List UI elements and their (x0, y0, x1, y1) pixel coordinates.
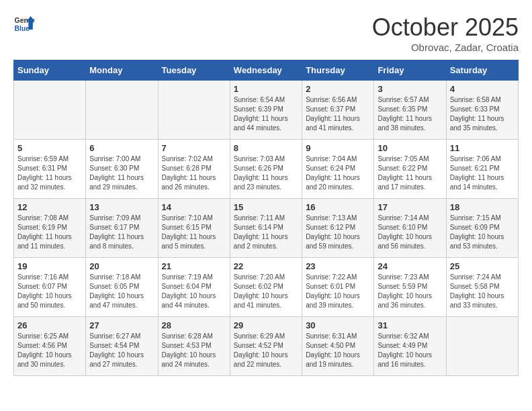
weekday-header: Friday (374, 60, 446, 81)
calendar-cell: 5Sunrise: 6:59 AMSunset: 6:31 PMDaylight… (14, 140, 86, 199)
day-number: 6 (89, 143, 154, 153)
day-number: 27 (89, 320, 154, 330)
day-number: 22 (234, 261, 298, 271)
calendar-cell: 10Sunrise: 7:05 AMSunset: 6:22 PMDayligh… (374, 140, 446, 199)
day-info: Sunrise: 6:56 AMSunset: 6:37 PMDaylight:… (306, 95, 370, 133)
day-info: Sunrise: 6:32 AMSunset: 4:49 PMDaylight:… (378, 332, 442, 369)
day-info: Sunrise: 6:57 AMSunset: 6:35 PMDaylight:… (378, 95, 442, 133)
day-number: 16 (306, 202, 370, 212)
calendar-cell: 30Sunrise: 6:31 AMSunset: 4:50 PMDayligh… (302, 317, 374, 376)
calendar-cell: 21Sunrise: 7:19 AMSunset: 6:04 PMDayligh… (158, 258, 230, 317)
day-info: Sunrise: 7:20 AMSunset: 6:02 PMDaylight:… (234, 273, 298, 310)
day-info: Sunrise: 7:15 AMSunset: 6:09 PMDaylight:… (450, 214, 515, 251)
day-number: 11 (450, 143, 515, 153)
calendar-cell: 15Sunrise: 7:11 AMSunset: 6:14 PMDayligh… (230, 199, 302, 258)
calendar-cell: 4Sunrise: 6:58 AMSunset: 6:33 PMDaylight… (446, 81, 518, 140)
day-info: Sunrise: 7:10 AMSunset: 6:15 PMDaylight:… (162, 214, 226, 251)
calendar-cell: 19Sunrise: 7:16 AMSunset: 6:07 PMDayligh… (14, 258, 86, 317)
day-info: Sunrise: 7:18 AMSunset: 6:05 PMDaylight:… (89, 273, 154, 310)
calendar-cell: 25Sunrise: 7:24 AMSunset: 5:58 PMDayligh… (446, 258, 518, 317)
location: Obrovac, Zadar, Croatia (372, 42, 519, 53)
day-info: Sunrise: 6:59 AMSunset: 6:31 PMDaylight:… (17, 154, 82, 192)
calendar-cell: 14Sunrise: 7:10 AMSunset: 6:15 PMDayligh… (158, 199, 230, 258)
day-number: 23 (306, 261, 370, 271)
day-number: 29 (234, 320, 298, 330)
weekday-header: Thursday (302, 60, 374, 81)
day-number: 13 (89, 202, 154, 212)
logo-icon: General Blue (13, 13, 35, 35)
calendar-cell: 22Sunrise: 7:20 AMSunset: 6:02 PMDayligh… (230, 258, 302, 317)
logo: General Blue (13, 13, 35, 35)
day-number: 2 (306, 84, 370, 94)
calendar-cell: 13Sunrise: 7:09 AMSunset: 6:17 PMDayligh… (86, 199, 158, 258)
title-section: October 2025 Obrovac, Zadar, Croatia (372, 13, 519, 53)
page-header: General Blue October 2025 Obrovac, Zadar… (13, 13, 519, 53)
svg-text:Blue: Blue (15, 25, 30, 32)
day-info: Sunrise: 6:54 AMSunset: 6:39 PMDaylight:… (234, 95, 298, 133)
calendar-cell: 29Sunrise: 6:29 AMSunset: 4:52 PMDayligh… (230, 317, 302, 376)
day-info: Sunrise: 7:22 AMSunset: 6:01 PMDaylight:… (306, 273, 370, 310)
day-number: 1 (234, 84, 298, 94)
day-info: Sunrise: 7:16 AMSunset: 6:07 PMDaylight:… (17, 273, 82, 310)
day-number: 30 (306, 320, 370, 330)
day-info: Sunrise: 7:09 AMSunset: 6:17 PMDaylight:… (89, 214, 154, 251)
calendar-cell (446, 317, 518, 376)
day-info: Sunrise: 6:27 AMSunset: 4:54 PMDaylight:… (89, 332, 154, 369)
calendar-cell: 28Sunrise: 6:28 AMSunset: 4:53 PMDayligh… (158, 317, 230, 376)
calendar-week-row: 5Sunrise: 6:59 AMSunset: 6:31 PMDaylight… (14, 140, 519, 199)
day-number: 3 (378, 84, 442, 94)
calendar-week-row: 1Sunrise: 6:54 AMSunset: 6:39 PMDaylight… (14, 81, 519, 140)
day-info: Sunrise: 6:28 AMSunset: 4:53 PMDaylight:… (162, 332, 226, 369)
weekday-header: Tuesday (158, 60, 230, 81)
calendar-cell: 16Sunrise: 7:13 AMSunset: 6:12 PMDayligh… (302, 199, 374, 258)
calendar-cell: 23Sunrise: 7:22 AMSunset: 6:01 PMDayligh… (302, 258, 374, 317)
calendar-cell: 3Sunrise: 6:57 AMSunset: 6:35 PMDaylight… (374, 81, 446, 140)
day-info: Sunrise: 7:00 AMSunset: 6:30 PMDaylight:… (89, 154, 154, 192)
day-number: 17 (378, 202, 442, 212)
day-number: 5 (17, 143, 82, 153)
day-number: 31 (378, 320, 442, 330)
day-number: 15 (234, 202, 298, 212)
day-info: Sunrise: 7:19 AMSunset: 6:04 PMDaylight:… (162, 273, 226, 310)
day-info: Sunrise: 7:08 AMSunset: 6:19 PMDaylight:… (17, 214, 82, 251)
calendar-cell (86, 81, 158, 140)
day-number: 7 (162, 143, 226, 153)
day-number: 8 (234, 143, 298, 153)
calendar-week-row: 19Sunrise: 7:16 AMSunset: 6:07 PMDayligh… (14, 258, 519, 317)
day-info: Sunrise: 7:23 AMSunset: 5:59 PMDaylight:… (378, 273, 442, 310)
day-info: Sunrise: 7:06 AMSunset: 6:21 PMDaylight:… (450, 154, 515, 192)
day-number: 21 (162, 261, 226, 271)
day-number: 9 (306, 143, 370, 153)
calendar-cell: 12Sunrise: 7:08 AMSunset: 6:19 PMDayligh… (14, 199, 86, 258)
day-number: 26 (17, 320, 82, 330)
day-info: Sunrise: 7:24 AMSunset: 5:58 PMDaylight:… (450, 273, 515, 310)
calendar-cell (158, 81, 230, 140)
calendar-cell: 20Sunrise: 7:18 AMSunset: 6:05 PMDayligh… (86, 258, 158, 317)
weekday-header: Sunday (14, 60, 86, 81)
weekday-header-row: SundayMondayTuesdayWednesdayThursdayFrid… (14, 60, 519, 81)
calendar-cell: 24Sunrise: 7:23 AMSunset: 5:59 PMDayligh… (374, 258, 446, 317)
day-info: Sunrise: 6:25 AMSunset: 4:56 PMDaylight:… (17, 332, 82, 369)
day-number: 18 (450, 202, 515, 212)
day-number: 19 (17, 261, 82, 271)
day-info: Sunrise: 7:13 AMSunset: 6:12 PMDaylight:… (306, 214, 370, 251)
day-info: Sunrise: 7:02 AMSunset: 6:28 PMDaylight:… (162, 154, 226, 192)
day-info: Sunrise: 6:29 AMSunset: 4:52 PMDaylight:… (234, 332, 298, 369)
day-info: Sunrise: 7:04 AMSunset: 6:24 PMDaylight:… (306, 154, 370, 192)
calendar-cell: 18Sunrise: 7:15 AMSunset: 6:09 PMDayligh… (446, 199, 518, 258)
calendar-cell: 9Sunrise: 7:04 AMSunset: 6:24 PMDaylight… (302, 140, 374, 199)
calendar-week-row: 26Sunrise: 6:25 AMSunset: 4:56 PMDayligh… (14, 317, 519, 376)
calendar-cell: 2Sunrise: 6:56 AMSunset: 6:37 PMDaylight… (302, 81, 374, 140)
day-info: Sunrise: 7:14 AMSunset: 6:10 PMDaylight:… (378, 214, 442, 251)
day-info: Sunrise: 7:03 AMSunset: 6:26 PMDaylight:… (234, 154, 298, 192)
calendar-cell (14, 81, 86, 140)
day-info: Sunrise: 6:58 AMSunset: 6:33 PMDaylight:… (450, 95, 515, 133)
day-number: 12 (17, 202, 82, 212)
month-title: October 2025 (372, 13, 519, 42)
calendar-cell: 26Sunrise: 6:25 AMSunset: 4:56 PMDayligh… (14, 317, 86, 376)
day-number: 14 (162, 202, 226, 212)
day-number: 20 (89, 261, 154, 271)
weekday-header: Monday (86, 60, 158, 81)
calendar-cell: 27Sunrise: 6:27 AMSunset: 4:54 PMDayligh… (86, 317, 158, 376)
weekday-header: Saturday (446, 60, 518, 81)
